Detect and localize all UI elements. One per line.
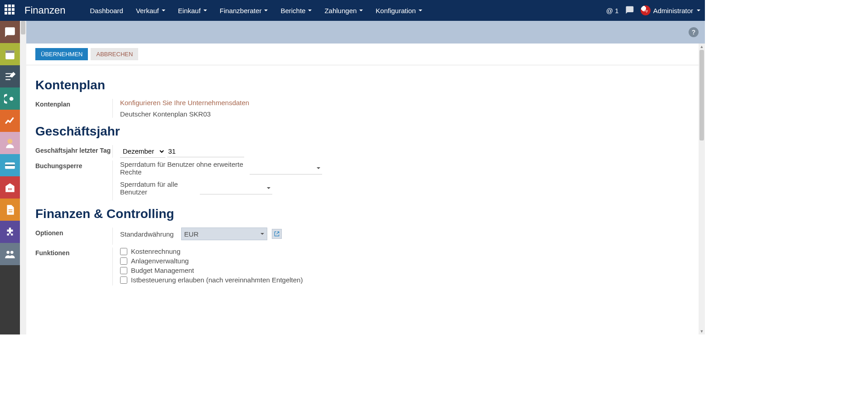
chat-icon[interactable] xyxy=(625,5,634,16)
chevron-down-icon xyxy=(260,233,264,235)
checkbox-kostenrechnung[interactable] xyxy=(120,248,127,255)
menu-dashboard[interactable]: Dashboard xyxy=(84,1,130,20)
menu-verkauf[interactable]: Verkauf xyxy=(130,1,172,20)
menu-finanzberater[interactable]: Finanzberater xyxy=(213,1,275,20)
section-title-kontenplan: Kontenplan xyxy=(35,78,696,92)
user-name: Administrator xyxy=(653,7,693,15)
svg-point-2 xyxy=(10,97,14,101)
scroll-up-icon[interactable]: ▲ xyxy=(699,44,704,49)
settings-form: Kontenplan Kontenplan Konfigurieren Sie … xyxy=(26,65,705,306)
label-last-day: Geschäftsjahr letzter Tag xyxy=(35,145,112,158)
lock-date-users-field[interactable] xyxy=(250,162,322,174)
chevron-down-icon xyxy=(162,10,165,11)
svg-point-8 xyxy=(6,251,10,254)
scroll-down-icon[interactable]: ▼ xyxy=(699,329,704,334)
sidebar-tile-sales[interactable] xyxy=(0,110,20,132)
menu-label: Konfiguration xyxy=(376,7,415,15)
checkbox-budget[interactable] xyxy=(120,267,127,274)
check-label: Istbesteuerung erlauben (nach vereinnahm… xyxy=(131,276,303,284)
svg-rect-6 xyxy=(9,188,10,190)
fiscal-month-select[interactable]: Dezember xyxy=(120,145,165,158)
external-link-icon[interactable] xyxy=(272,229,282,239)
currency-select[interactable]: EUR xyxy=(181,228,267,240)
menu-label: Finanzberater xyxy=(220,7,262,15)
menu-label: Dashboard xyxy=(90,7,123,15)
main-content: ? ÜBERNEHMEN ABBRECHEN Kontenplan Konten… xyxy=(26,21,705,334)
content-scrollbar[interactable]: ▲ ▼ xyxy=(699,44,705,334)
menu-einkauf[interactable]: Einkauf xyxy=(172,1,213,20)
label-lock-all: Sperrdatum für alle Benutzer xyxy=(120,180,197,196)
help-icon[interactable]: ? xyxy=(689,27,699,37)
kontenplan-value: Deutscher Kontenplan SKR03 xyxy=(120,110,211,118)
menu-berichte[interactable]: Berichte xyxy=(274,1,318,20)
label-lock-users: Sperrdatum für Benutzer ohne erweiterte … xyxy=(120,160,247,176)
svg-rect-5 xyxy=(5,164,15,165)
chevron-down-icon xyxy=(317,167,320,169)
sidebar-tile-support[interactable] xyxy=(0,132,20,154)
chevron-down-icon xyxy=(308,10,312,11)
sidebar-tile-apps[interactable] xyxy=(0,221,20,243)
check-label: Budget Management xyxy=(131,267,194,274)
sidebar-tile-users[interactable] xyxy=(0,243,20,265)
apps-grid-icon[interactable] xyxy=(5,5,16,16)
cancel-button[interactable]: ABBRECHEN xyxy=(91,48,138,60)
svg-rect-7 xyxy=(10,188,11,190)
lock-date-all-field[interactable] xyxy=(200,182,272,194)
fiscal-day-input[interactable] xyxy=(167,145,244,157)
chevron-down-icon xyxy=(264,10,268,11)
label-options: Optionen xyxy=(35,228,112,245)
action-button-row: ÜBERNEHMEN ABBRECHEN xyxy=(26,44,705,65)
label-functions: Funktionen xyxy=(35,247,112,286)
control-panel-band: ? xyxy=(26,21,705,44)
sidebar-tile-contacts[interactable] xyxy=(0,87,20,110)
label-lock: Buchungsperre xyxy=(35,160,112,200)
avatar-icon: my xyxy=(641,5,651,15)
checkbox-istbesteuerung[interactable] xyxy=(120,276,127,284)
menu-label: Verkauf xyxy=(136,7,159,15)
notification-badge[interactable]: @ 1 xyxy=(606,7,619,15)
sidebar-tile-discuss[interactable] xyxy=(0,21,20,43)
svg-point-9 xyxy=(10,251,14,254)
chevron-down-icon xyxy=(359,10,363,11)
sidebar-tile-payments[interactable] xyxy=(0,154,20,176)
chevron-down-icon xyxy=(697,10,700,11)
app-brand: Finanzen xyxy=(24,5,66,16)
checkbox-anlagenverwaltung[interactable] xyxy=(120,257,127,265)
menu-konfiguration[interactable]: Konfiguration xyxy=(369,1,428,20)
currency-value: EUR xyxy=(184,230,199,238)
section-title-geschaeftsjahr: Geschäftsjahr xyxy=(35,124,696,139)
menu-label: Zahlungen xyxy=(324,7,357,15)
top-navbar: Finanzen Dashboard Verkauf Einkauf Finan… xyxy=(0,0,705,21)
configure-company-link[interactable]: Konfigurieren Sie Ihre Unternehmensdaten xyxy=(120,99,249,107)
topbar-right: @ 1 my Administrator xyxy=(606,5,700,16)
menu-label: Einkauf xyxy=(178,7,201,15)
svg-point-3 xyxy=(8,139,13,144)
apply-button[interactable]: ÜBERNEHMEN xyxy=(35,48,88,60)
chevron-down-icon xyxy=(419,10,422,11)
chevron-down-icon xyxy=(203,10,207,11)
check-label: Kostenrechnung xyxy=(131,247,180,255)
label-currency: Standardwährung xyxy=(120,230,174,238)
label-kontenplan: Kontenplan xyxy=(35,99,112,118)
section-title-finctrl: Finanzen & Controlling xyxy=(35,207,696,221)
check-label: Anlagenverwaltung xyxy=(131,257,189,265)
sidebar-tile-documents[interactable] xyxy=(0,199,20,221)
menu-zahlungen[interactable]: Zahlungen xyxy=(318,1,369,20)
user-menu[interactable]: my Administrator xyxy=(641,5,700,15)
left-icon-sidebar xyxy=(0,21,20,334)
menu-label: Berichte xyxy=(280,7,305,15)
chevron-down-icon xyxy=(267,187,270,189)
main-menu: Dashboard Verkauf Einkauf Finanzberater … xyxy=(84,1,606,20)
sidebar-tile-calendar[interactable] xyxy=(0,43,20,65)
sidebar-tile-company[interactable] xyxy=(0,176,20,199)
left-scrollbar[interactable] xyxy=(20,21,26,334)
svg-rect-1 xyxy=(5,50,14,53)
sidebar-tile-notes[interactable] xyxy=(0,65,20,87)
